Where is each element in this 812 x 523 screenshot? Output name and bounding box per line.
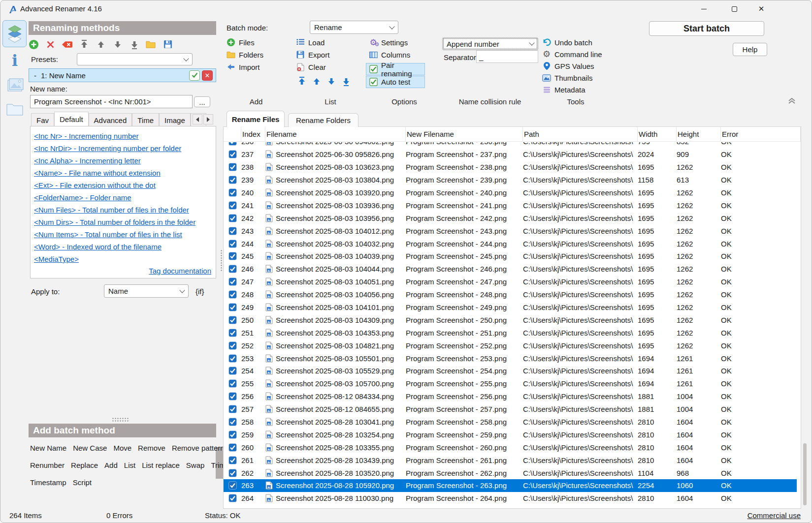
method-delete-button[interactable]: ✕ <box>202 70 213 81</box>
table-row[interactable]: 239 Screenshot 2025-08-03 103804.png Pro… <box>224 174 797 186</box>
method-enabled-checkbox[interactable] <box>189 70 200 81</box>
metadata-button[interactable]: Metadata <box>542 85 602 94</box>
tag-link[interactable]: <Ext> - File extension without the dot <box>34 179 195 191</box>
row-checkbox[interactable] <box>228 354 237 363</box>
table-row[interactable]: 238 Screenshot 2025-08-03 103623.png Pro… <box>224 161 797 174</box>
table-row[interactable]: 242 Screenshot 2025-08-03 103956.png Pro… <box>224 212 797 224</box>
move-bottom-list-button[interactable] <box>342 77 350 86</box>
sidebar-item-renaming-methods[interactable] <box>2 20 27 47</box>
row-checkbox[interactable] <box>228 367 237 375</box>
thumbnails-button[interactable]: Thumbnails <box>542 73 602 82</box>
tag-documentation-link[interactable]: Tag documentation <box>149 267 211 275</box>
browse-tags-button[interactable]: ... <box>194 96 210 107</box>
import-button[interactable]: Import <box>227 62 263 71</box>
collapse-panel-button[interactable] <box>787 97 796 105</box>
row-checkbox[interactable] <box>228 176 237 184</box>
row-checkbox[interactable] <box>228 163 237 171</box>
tag-link[interactable]: <Inc NrDir> - Incrementing number per fo… <box>34 142 195 154</box>
row-checkbox[interactable] <box>228 481 237 490</box>
tag-tab-time[interactable]: Time <box>132 113 159 126</box>
tag-link[interactable]: <Num Files> - Total number of files in t… <box>34 204 195 216</box>
table-row[interactable]: 252 Screenshot 2025-08-03 104821.png Pro… <box>224 339 797 352</box>
table-row[interactable]: 258 Screenshot 2025-08-28 103041.png Pro… <box>224 416 797 429</box>
column-header-new-filename[interactable]: New Filename <box>406 127 523 141</box>
add-method-script[interactable]: Script <box>73 478 92 486</box>
close-button[interactable]: ✕ <box>750 0 773 17</box>
table-row[interactable]: 261 Screenshot 2025-08-28 103439.png Pro… <box>224 454 797 466</box>
row-checkbox[interactable] <box>228 316 237 324</box>
minimize-button[interactable] <box>692 0 715 17</box>
table-row[interactable]: 245 Screenshot 2025-08-03 104039.png Pro… <box>224 250 797 263</box>
tag-link[interactable]: <Word> - Indexed word of the filename <box>34 241 195 253</box>
add-method-list[interactable]: List <box>124 461 135 469</box>
row-checkbox[interactable] <box>228 392 237 400</box>
column-header-filename[interactable]: Filename <box>265 127 406 141</box>
tab-rename-folders[interactable]: Rename Folders <box>288 113 358 127</box>
commercial-use-link[interactable]: Commercial use <box>747 511 801 520</box>
row-checkbox[interactable] <box>228 456 237 464</box>
method-item-new-name[interactable]: - 1: New Name ✕ <box>29 68 216 82</box>
batch-mode-dropdown[interactable]: Rename <box>310 21 398 34</box>
move-bottom-button[interactable] <box>129 39 139 50</box>
row-checkbox[interactable] <box>228 214 237 222</box>
row-checkbox[interactable] <box>228 405 237 413</box>
row-checkbox[interactable] <box>228 201 237 210</box>
tag-link[interactable]: <Inc Alpha> - Incrementing letter <box>34 154 195 167</box>
move-top-button[interactable] <box>79 39 89 50</box>
table-row[interactable]: 257 Screenshot 2025-08-12 084655.png Pro… <box>224 403 797 416</box>
add-method-replace[interactable]: Replace <box>71 461 98 469</box>
column-header-width[interactable]: Width <box>638 127 677 141</box>
new-name-input[interactable]: Program Screenshot - <Inc Nr:001> <box>30 95 193 108</box>
move-top-list-button[interactable] <box>298 77 306 86</box>
tag-tabs-scroll-right[interactable] <box>203 114 213 124</box>
move-up-list-button[interactable] <box>313 77 321 86</box>
row-checkbox[interactable] <box>228 188 237 197</box>
export-button[interactable]: Export <box>296 50 329 59</box>
row-checkbox[interactable] <box>228 265 237 273</box>
folders-button[interactable]: Folders <box>227 50 263 59</box>
sidebar-item-info[interactable]: i <box>5 51 24 70</box>
row-checkbox[interactable] <box>228 469 237 477</box>
row-checkbox[interactable] <box>228 431 237 439</box>
table-row[interactable]: 241 Screenshot 2025-08-03 103936.png Pro… <box>224 199 797 212</box>
table-row[interactable]: 243 Screenshot 2025-08-03 104012.png Pro… <box>224 224 797 237</box>
apply-to-dropdown[interactable]: Name <box>104 284 189 298</box>
separator-input[interactable]: _ <box>476 50 538 63</box>
table-row[interactable]: 244 Screenshot 2025-08-03 104032.png Pro… <box>224 237 797 250</box>
if-label[interactable]: {if} <box>195 287 204 296</box>
tag-tab-image[interactable]: Image <box>159 113 191 126</box>
row-checkbox[interactable] <box>228 252 237 260</box>
tag-tab-advanced[interactable]: Advanced <box>89 113 132 126</box>
table-row[interactable]: 240 Screenshot 2025-08-03 103920.png Pro… <box>224 186 797 199</box>
row-checkbox[interactable] <box>228 329 237 337</box>
tab-rename-files[interactable]: Rename Files <box>227 111 285 127</box>
table-row[interactable]: 255 Screenshot 2025-08-03 105700.png Pro… <box>224 377 797 390</box>
move-down-button[interactable] <box>112 39 123 50</box>
table-row[interactable]: 237 Screenshot 2025-06-30 095826.png Pro… <box>224 148 797 161</box>
row-checkbox[interactable] <box>228 227 237 235</box>
tag-link[interactable]: <Num Dirs> - Total number of folders in … <box>34 216 195 228</box>
tag-link[interactable]: <Name> - File name without extension <box>34 167 195 179</box>
add-method-new-name[interactable]: New Name <box>30 444 66 452</box>
row-checkbox[interactable] <box>228 418 237 426</box>
move-up-button[interactable] <box>96 39 106 50</box>
table-row[interactable]: 248 Screenshot 2025-08-03 104056.png Pro… <box>224 288 797 301</box>
columns-button[interactable]: Columns <box>369 50 410 59</box>
column-header-height[interactable]: Height <box>677 127 721 141</box>
tag-link[interactable]: <MediaType> <box>34 253 195 265</box>
table-row[interactable]: 253 Screenshot 2025-08-03 105501.png Pro… <box>224 352 797 365</box>
sidebar-item-images[interactable] <box>5 75 24 94</box>
pair-renaming-toggle[interactable]: Pair renaming <box>366 63 425 75</box>
row-checkbox[interactable] <box>228 240 237 248</box>
settings-button[interactable]: ⚙⚙Settings <box>369 38 410 47</box>
files-button[interactable]: Files <box>227 38 263 47</box>
table-row[interactable]: 264 Screenshot 2025-08-28 110030.png Pro… <box>224 492 797 505</box>
open-preset-button[interactable] <box>146 39 156 50</box>
add-method-remove-pattern[interactable]: Remove pattern <box>172 444 225 452</box>
row-checkbox[interactable] <box>228 379 237 388</box>
presets-dropdown[interactable] <box>77 53 193 65</box>
remove-method-button[interactable] <box>45 39 56 50</box>
maximize-button[interactable] <box>723 0 746 17</box>
table-row[interactable]: 263 Screenshot 2025-08-28 105920.png Pro… <box>224 479 797 492</box>
sidebar-item-folders[interactable] <box>5 100 24 119</box>
